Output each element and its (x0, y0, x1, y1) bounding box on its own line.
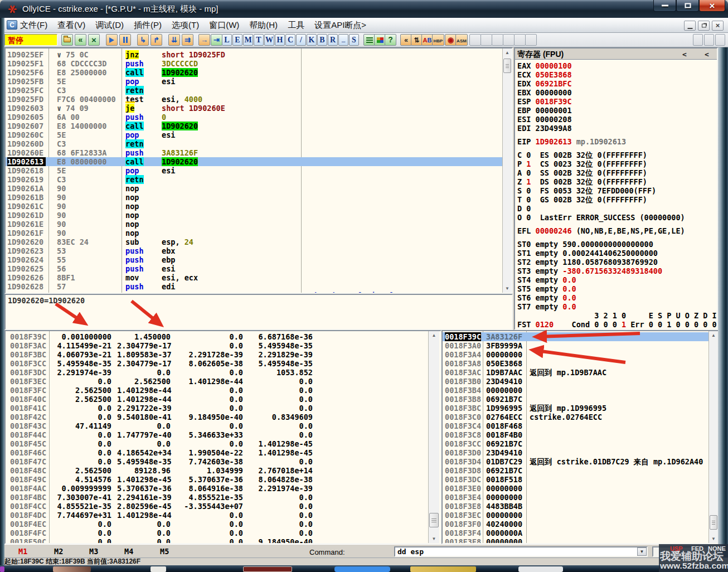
stack-row[interactable]: 0018F3BC1D996995返回到 mp.1D996995 (443, 404, 718, 413)
stack-row[interactable]: 0018F3DC0018F518 (443, 475, 718, 484)
back-icon[interactable]: « (400, 34, 412, 46)
dump-row[interactable]: 0018F4AC0.0099999995.370637e-368.064916e… (6, 484, 440, 493)
register-line[interactable]: A 0 SS 002B 32位 0(FFFFFFFF) (517, 168, 647, 177)
disasm-row[interactable]: 1D90261D90nop (6, 211, 512, 220)
dump-row[interactable]: 0018F3EC0.02.5625001.401298e-440.0 (6, 377, 440, 386)
toolbar-empty-button[interactable] (693, 34, 703, 46)
disassembly-pane[interactable]: 1D9025EF∨75 0Cjnzshort 1D9025FD1D9025F16… (4, 47, 513, 294)
tab-M2[interactable]: M2 (54, 547, 63, 556)
toolbar-letter-B[interactable]: B (317, 34, 327, 46)
toolbar-letter-K[interactable]: K (307, 34, 317, 46)
disasm-row[interactable]: 1D90260DC3retn (6, 139, 512, 148)
register-line[interactable]: Z 1 DS 002B 32位 0(FFFFFFFF) (517, 177, 647, 186)
stack-row[interactable]: 0018F3C002764ECCcstrike.02764ECC (443, 413, 718, 421)
dump-pane[interactable]: 0018F39C0.0010000001.4500000.06.687168e-… (4, 330, 441, 544)
mdi-restore-button[interactable] (698, 21, 710, 31)
stack-row[interactable]: 0018F3B806921B7C (443, 395, 718, 404)
dump-row[interactable]: 0018F50C0.00.00.09.184950e-40 (6, 537, 440, 544)
scroll-up-icon[interactable]: ▲ (429, 331, 439, 340)
disasm-row[interactable]: 1D9025FB5Epopesi (6, 77, 512, 86)
dump-row[interactable]: 0018F4CC4.855521e-352.802596e-45-3.35544… (6, 502, 440, 511)
menu-item-2[interactable]: 调试(D) (90, 18, 129, 31)
stack-row[interactable]: 0018F3EC00000000 (443, 511, 718, 520)
stack-row[interactable]: 0018F3F800000000 (443, 537, 718, 544)
disasm-row[interactable]: 1D90261C90nop (6, 202, 512, 211)
register-line[interactable]: EAX 00000100 (517, 61, 572, 70)
minimize-button[interactable] (653, 0, 676, 12)
dump-row[interactable]: 0018F48C2.56250089128.961.0349992.767018… (6, 466, 440, 475)
scroll-down-icon[interactable]: ▼ (710, 535, 717, 543)
disasm-row[interactable]: 1D90262455pushebp (6, 255, 512, 264)
close-program-icon[interactable]: × (88, 34, 100, 46)
disasm-row[interactable]: 1D902607E8 14000000call1D902620 (6, 122, 512, 130)
toolbar-empty-button[interactable] (481, 34, 492, 46)
scroll-down-icon[interactable]: ▼ (429, 535, 439, 543)
toolbar-empty-button[interactable] (525, 34, 537, 46)
disasm-scrollbar[interactable]: ▲ ▼ (502, 49, 512, 293)
stack-row[interactable]: 0018F3B023D49410 (443, 377, 718, 386)
scroll-thumb[interactable] (503, 59, 511, 73)
disasm-row[interactable]: 1D9025F6E8 25000000call1D902620 (6, 68, 512, 77)
disasm-row[interactable]: 1D902603∨74 09jeshort 1D90260E (6, 104, 512, 113)
command-combobox[interactable]: dd esp ▼ (394, 546, 648, 557)
dump-row[interactable]: 0018F3FC2.5625001.401298e-440.00.0 (6, 386, 440, 395)
register-line[interactable]: T 0 GS 002B 32位 0(FFFFFFFF) (517, 195, 647, 204)
dump-scrollbar[interactable]: ▲ ▼ (428, 331, 439, 543)
info-pane[interactable]: 1D902620=1D902620 (4, 294, 513, 330)
stack-row[interactable]: 0018F3A400000000 (443, 350, 718, 359)
stack-row[interactable]: 0018F39C3A83126F (443, 332, 718, 341)
dump-row[interactable]: 0018F49C4.5145761.401298e-455.370637e-36… (6, 475, 440, 484)
taskbar-icon[interactable] (410, 566, 476, 572)
stack-pane[interactable]: 0018F39C3A83126F0018F3A03FB9999A0018F3A4… (441, 330, 719, 544)
disasm-row[interactable]: 1D90262353pushebx (6, 246, 512, 255)
stack-row[interactable]: 0018F3D806921B7C (443, 466, 718, 475)
register-line[interactable]: ECX 050E3868 (517, 70, 572, 79)
toolbar-empty-button[interactable] (492, 34, 503, 46)
tab-M3[interactable]: M3 (89, 547, 98, 556)
menu-item-7[interactable]: 工具 (283, 18, 309, 31)
memory-map-icon[interactable] (374, 34, 386, 46)
help-icon[interactable]: ? (385, 34, 396, 46)
toolbar-letter-M[interactable]: M (243, 34, 253, 46)
collapse-icon[interactable]: < (705, 50, 709, 59)
dump-row[interactable]: 0018F3AC4.115499e-212.304779e-170.05.495… (6, 341, 440, 350)
tab-M5[interactable]: M5 (160, 547, 169, 556)
disasm-row[interactable]: 1D9026185Epopesi (6, 166, 512, 175)
disasm-row[interactable]: 1D9025F168 CDCCCC3Dpush3DCCCCCD (6, 59, 512, 68)
toolbar-empty-button[interactable] (514, 34, 526, 46)
register-line[interactable]: ESI 00000208 (517, 115, 572, 124)
register-line[interactable]: C 0 ES 002B 32位 0(FFFFFFFF) (517, 151, 647, 159)
breakpoint-target-icon[interactable]: ◉ (445, 34, 457, 46)
stack-row[interactable]: 0018F3F40000000A (443, 529, 718, 537)
mdi-close-button[interactable]: × (712, 21, 724, 31)
stack-row[interactable]: 0018F3C40018F468 (443, 421, 718, 430)
register-line[interactable]: EBX 00000000 (517, 88, 572, 97)
register-line[interactable]: ST5 empty 0.0 (517, 284, 576, 293)
register-line[interactable]: 3 2 1 0 E S P U O Z D I (517, 311, 717, 320)
disasm-row[interactable]: 1D9026056A 00push0 (6, 113, 512, 122)
close-button[interactable]: × (699, 0, 725, 12)
register-line[interactable]: ST2 empty 1180.0587680938769920 (517, 258, 658, 266)
toolbar-letter-R[interactable]: R (328, 34, 338, 46)
dropdown-icon[interactable]: ▼ (637, 547, 647, 556)
log-list-icon[interactable] (363, 34, 375, 46)
stack-row[interactable]: 0018F3C80018F4B0 (443, 430, 718, 439)
toolbar-empty-button[interactable] (503, 34, 515, 46)
tab-M4[interactable]: M4 (124, 547, 133, 556)
maximize-button[interactable] (676, 0, 699, 12)
taskbar-icon[interactable] (243, 566, 292, 572)
register-line[interactable]: D 0 (517, 204, 531, 213)
stack-row[interactable]: 0018F3F040240000 (443, 520, 718, 529)
disasm-row[interactable]: 1D90260C5Epopesi (6, 130, 512, 139)
taskbar-icon[interactable] (334, 566, 390, 572)
menu-item-5[interactable]: 窗口(W) (204, 18, 244, 31)
scroll-thumb[interactable] (429, 513, 439, 527)
taskbar-icon[interactable] (151, 566, 166, 572)
dump-row[interactable]: 0018F47C0.05.495948e-357.742603e-380.0 (6, 457, 440, 466)
dump-row[interactable]: 0018F41C0.02.291722e-390.00.0 (6, 404, 440, 413)
register-line[interactable]: ESP 0018F39C (517, 97, 572, 106)
menu-item-0[interactable]: 文件(F) (15, 18, 52, 31)
disasm-row[interactable]: 1D90261F90nop (6, 229, 512, 237)
disasm-row[interactable]: 1D9025EF∨75 0Cjnzshort 1D9025FD (6, 50, 512, 59)
register-line[interactable]: EDI 23D499A8 (517, 124, 572, 133)
